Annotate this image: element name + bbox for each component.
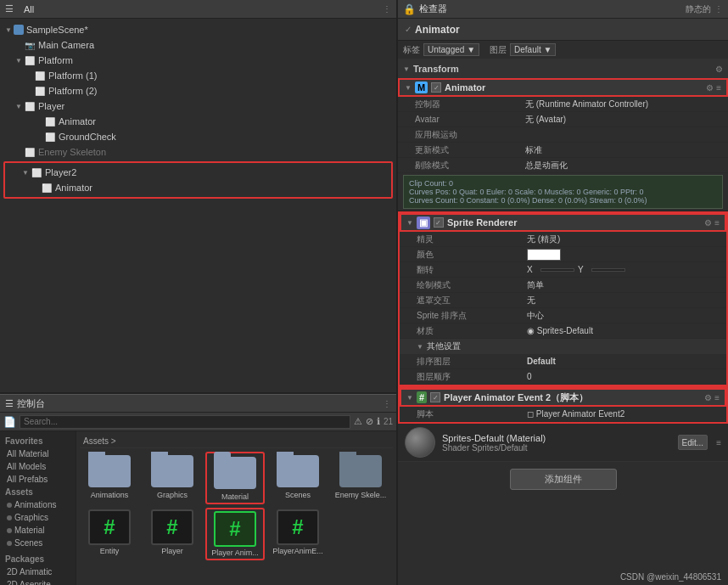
- asset-scenes-folder[interactable]: Scenes: [268, 452, 328, 504]
- animations-label: Animations: [14, 500, 56, 509]
- sidebar-all-models[interactable]: All Models: [0, 460, 76, 473]
- console-options[interactable]: ⋮: [383, 399, 391, 408]
- gameobject-toggle[interactable]: ✓: [405, 25, 412, 34]
- tree-item-player2[interactable]: ▼ ⬜ Player2: [7, 165, 389, 180]
- sprite-renderer-header[interactable]: ▼ ▣ ✓ Sprite Renderer ⚙ ≡: [400, 213, 726, 232]
- x-val: [540, 268, 574, 272]
- asset-animations-folder[interactable]: Animations: [80, 452, 139, 504]
- assets-grid: Animations Graphics Material: [80, 452, 393, 560]
- prop-label-drawmode: 绘制模式: [417, 279, 527, 291]
- console-tab[interactable]: 控制台: [17, 397, 45, 410]
- transform-settings[interactable]: ⚙: [715, 65, 723, 74]
- console-search-input[interactable]: [20, 415, 350, 429]
- pa-settings[interactable]: ⚙ ≡: [704, 393, 720, 402]
- asset-playeranim-script[interactable]: # Player Anim...: [205, 508, 265, 560]
- sr-toggle[interactable]: ✓: [434, 217, 444, 228]
- asset-enemy-folder[interactable]: Enemy Skele...: [331, 452, 390, 504]
- assets-body: Favorites All Material All Models All Pr…: [0, 431, 396, 585]
- prop-label-applyroot: 应用根运动: [415, 129, 525, 141]
- favorites-label: Favorites: [0, 435, 76, 447]
- y-val: [591, 268, 625, 272]
- animations-folder-label: Animations: [91, 491, 129, 499]
- other-settings-foldout[interactable]: ▼ 其他设置: [400, 339, 726, 354]
- player-animator-header[interactable]: ▼ # ✓ Player Animator Event 2（脚本） ⚙ ≡: [400, 388, 726, 407]
- playeranime-script-icon: #: [277, 509, 319, 545]
- prop-applyroot: 应用根运动: [398, 127, 728, 143]
- 2d-animatic-label: 2D Animatic: [7, 567, 52, 577]
- material-folder-label: Material: [221, 492, 249, 501]
- sidebar-graphics[interactable]: Graphics: [0, 511, 76, 524]
- graphics-label: Graphics: [14, 513, 48, 522]
- tree-item-platform1[interactable]: ⬜ Platform (1): [0, 68, 396, 83]
- player2-highlight-box: ▼ ⬜ Player2 ⬜ Animator: [3, 161, 393, 199]
- sr-name: Sprite Renderer: [447, 217, 518, 228]
- sidebar-all-prefabs[interactable]: All Prefabs: [0, 473, 76, 486]
- sidebar-all-material[interactable]: All Material: [0, 447, 76, 460]
- tree-item-platform2[interactable]: ⬜ Platform (2): [0, 83, 396, 98]
- edit-material-button[interactable]: Edit...: [678, 435, 708, 450]
- asset-playeranime-script[interactable]: # PlayerAnimE...: [268, 508, 328, 560]
- gameobject-icon-player2: ⬜: [31, 166, 42, 178]
- tree-item-groundcheck[interactable]: ⬜ GroundCheck: [0, 129, 396, 144]
- sidebar-2d-animatic[interactable]: 2D Animatic: [0, 565, 76, 578]
- tree-item-platform[interactable]: ▼ ⬜ Platform: [0, 53, 396, 68]
- groundcheck-icon: ⬜: [44, 131, 56, 143]
- tag-dropdown[interactable]: Untagged ▼: [423, 43, 479, 56]
- animator-comp-toggle[interactable]: ✓: [431, 82, 441, 93]
- sidebar-2d-aseprite[interactable]: 2D Aseprite: [0, 578, 76, 585]
- tag-layer-row: 标签 Untagged ▼ 图层 Default ▼: [398, 41, 728, 59]
- hierarchy-all-tab[interactable]: All: [17, 3, 41, 16]
- sr-settings[interactable]: ⚙ ≡: [704, 218, 720, 228]
- color-swatch[interactable]: [527, 249, 561, 261]
- scenes-folder-icon: [276, 453, 320, 489]
- tree-item-enemyskeleton[interactable]: ⬜ Enemy Skeleton: [0, 144, 396, 160]
- tree-item-player[interactable]: ▼ ⬜ Player: [0, 98, 396, 114]
- sidebar-scenes[interactable]: Scenes: [0, 537, 76, 549]
- prop-label-sortlayer: 排序图层: [417, 356, 527, 368]
- add-component-button[interactable]: 添加组件: [510, 469, 617, 490]
- animator-component-header[interactable]: ▼ M ✓ Animator ⚙ ≡: [398, 78, 728, 97]
- hierarchy-options[interactable]: ⋮: [383, 4, 391, 14]
- layer-dropdown[interactable]: Default ▼: [510, 43, 556, 56]
- prop-label-script: 脚本: [417, 408, 527, 420]
- tree-item-animator[interactable]: ⬜ Animator: [0, 114, 396, 129]
- animator-comp-settings[interactable]: ⚙ ≡: [706, 83, 721, 93]
- assets-main: Assets > Animations Graphics: [76, 431, 396, 585]
- asset-entity-script[interactable]: # Entity: [80, 508, 139, 560]
- console-panel: ☰ 控制台 ⋮ 📄 ⚠ ⊘ ℹ 21 Favorites All Materia…: [0, 394, 396, 585]
- inspector-options[interactable]: ⋮: [714, 4, 723, 14]
- hierarchy-panel: ☰ All ⋮ ▼ SampleScene* 📷 Main Camera ▼ ⬜…: [0, 0, 396, 394]
- tree-item-animator2[interactable]: ⬜ Animator: [7, 180, 389, 195]
- prop-drawmode: 绘制模式 简单: [400, 278, 726, 293]
- material-options[interactable]: ≡: [716, 438, 721, 447]
- tag-label: 标签: [403, 44, 420, 56]
- prop-value-layerorder: 0: [527, 372, 720, 381]
- pa-script-icon: #: [417, 391, 427, 403]
- tree-item-samplescene[interactable]: ▼ SampleScene*: [0, 22, 396, 37]
- animations-dot: [7, 503, 12, 508]
- sidebar-animations[interactable]: Animations: [0, 498, 76, 511]
- foldout-label: 其他设置: [427, 340, 461, 352]
- prop-value-sortlayer: Default: [527, 357, 720, 366]
- prop-value-cullmode: 总是动画化: [525, 160, 721, 172]
- transform-header[interactable]: ▼ Transform ⚙: [398, 59, 728, 78]
- sidebar-material[interactable]: Material: [0, 524, 76, 537]
- player-animator-section: ▼ # ✓ Player Animator Event 2（脚本） ⚙ ≡ 脚本…: [398, 386, 728, 424]
- prop-sortpoint: Sprite 排序点 中心: [400, 308, 726, 323]
- asset-graphics-folder[interactable]: Graphics: [143, 452, 202, 504]
- gameobject-icon-platform2: ⬜: [34, 85, 46, 97]
- console-file-icon: 📄: [3, 416, 16, 428]
- scenes-folder-body: [277, 455, 319, 487]
- enemyskeleton-label: Enemy Skeleton: [38, 147, 106, 157]
- asset-player-script[interactable]: # Player: [143, 508, 202, 560]
- asset-material-folder[interactable]: Material: [205, 452, 265, 504]
- hierarchy-menu-icon: ☰: [5, 3, 14, 14]
- material-info: Sprites-Default (Material) Shader Sprite…: [442, 433, 671, 453]
- material-shader-label: Shader Sprites/Default: [442, 443, 671, 453]
- tree-item-maincamera[interactable]: 📷 Main Camera: [0, 37, 396, 53]
- pa-toggle[interactable]: ✓: [430, 392, 440, 402]
- x-label: X: [527, 265, 537, 274]
- breadcrumb-text: Assets >: [83, 436, 116, 446]
- assets-breadcrumb: Assets >: [80, 435, 393, 448]
- prop-label-layerorder: 图层顺序: [417, 371, 527, 383]
